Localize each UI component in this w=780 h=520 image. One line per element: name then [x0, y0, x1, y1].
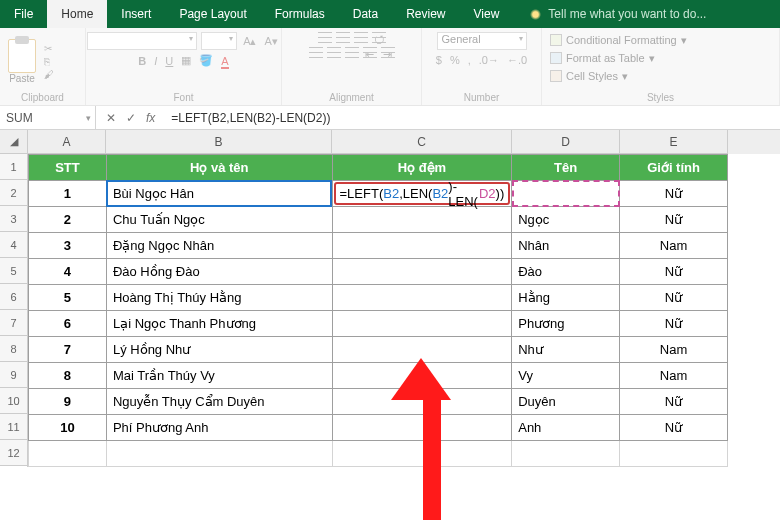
fx-icon[interactable]: fx — [146, 111, 155, 125]
row-header[interactable]: 5 — [0, 258, 27, 284]
decrease-font-icon[interactable]: A▾ — [263, 35, 280, 48]
row-header[interactable]: 6 — [0, 284, 27, 310]
cell[interactable]: 6 — [29, 311, 107, 337]
cell[interactable]: 5 — [29, 285, 107, 311]
tab-formulas[interactable]: Formulas — [261, 0, 339, 28]
align-top-icon[interactable] — [318, 32, 332, 43]
increase-decimal-icon[interactable]: .0→ — [477, 54, 501, 66]
tab-file[interactable]: File — [0, 0, 47, 28]
cell[interactable]: Nữ — [620, 285, 728, 311]
font-name-select[interactable] — [87, 32, 197, 50]
tab-home[interactable]: Home — [47, 0, 107, 28]
formula-input[interactable]: =LEFT(B2,LEN(B2)-LEN(D2)) — [165, 106, 780, 129]
cell[interactable]: Nữ — [620, 415, 728, 441]
currency-icon[interactable]: $ — [434, 54, 444, 66]
tab-review[interactable]: Review — [392, 0, 459, 28]
tab-view[interactable]: View — [460, 0, 514, 28]
cell[interactable] — [332, 415, 512, 441]
header-cell[interactable]: Họ đệm — [332, 155, 512, 181]
cell-d2[interactable] — [512, 181, 620, 207]
row-header[interactable]: 8 — [0, 336, 27, 362]
cell[interactable]: Chu Tuấn Ngọc — [106, 207, 332, 233]
cell[interactable] — [620, 441, 728, 467]
cell[interactable] — [332, 389, 512, 415]
cell[interactable]: Hằng — [512, 285, 620, 311]
percent-icon[interactable]: % — [448, 54, 462, 66]
cell[interactable]: Anh — [512, 415, 620, 441]
cell[interactable] — [332, 259, 512, 285]
align-right-icon[interactable] — [345, 47, 359, 58]
tab-page-layout[interactable]: Page Layout — [165, 0, 260, 28]
row-header[interactable]: 1 — [0, 154, 27, 180]
cell[interactable]: Lý Hồng Như — [106, 337, 332, 363]
row-header[interactable]: 3 — [0, 206, 27, 232]
cell-b2[interactable]: Bùi Ngọc Hân — [106, 181, 332, 207]
cell[interactable]: Mai Trần Thúy Vy — [106, 363, 332, 389]
cell[interactable]: Vy — [512, 363, 620, 389]
font-color-icon[interactable]: A — [219, 55, 230, 67]
align-bottom-icon[interactable] — [354, 32, 368, 43]
italic-button[interactable]: I — [152, 55, 159, 67]
cell[interactable]: Nữ — [620, 389, 728, 415]
cell-c2-editing[interactable]: =LEFT(B2,LEN(B2)-LEN(D2)) — [332, 181, 512, 207]
cell[interactable]: Nam — [620, 233, 728, 259]
header-cell[interactable]: STT — [29, 155, 107, 181]
row-header[interactable]: 2 — [0, 180, 27, 206]
cancel-formula-icon[interactable]: ✕ — [106, 111, 116, 125]
col-header[interactable]: D — [512, 130, 620, 154]
header-cell[interactable]: Tên — [512, 155, 620, 181]
bold-button[interactable]: B — [136, 55, 148, 67]
format-painter-icon[interactable]: 🖌 — [44, 69, 54, 80]
fill-color-icon[interactable]: 🪣 — [197, 54, 215, 67]
cell[interactable]: Ngọc — [512, 207, 620, 233]
cell[interactable]: Nam — [620, 337, 728, 363]
col-header[interactable]: A — [28, 130, 106, 154]
header-cell[interactable]: Họ và tên — [106, 155, 332, 181]
copy-icon[interactable]: ⎘ — [44, 56, 54, 67]
tab-insert[interactable]: Insert — [107, 0, 165, 28]
cell[interactable]: Nam — [620, 363, 728, 389]
paste-icon[interactable] — [8, 39, 36, 73]
cell[interactable]: 3 — [29, 233, 107, 259]
cell[interactable]: Phí Phương Anh — [106, 415, 332, 441]
name-box[interactable]: SUM — [0, 106, 96, 129]
decrease-decimal-icon[interactable]: ←.0 — [505, 54, 529, 66]
header-cell[interactable]: Giới tính — [620, 155, 728, 181]
cell[interactable]: Nhân — [512, 233, 620, 259]
underline-button[interactable]: U — [163, 55, 175, 67]
cut-icon[interactable]: ✂ — [44, 43, 54, 54]
cell[interactable] — [332, 207, 512, 233]
cell[interactable]: Phương — [512, 311, 620, 337]
font-size-select[interactable] — [201, 32, 237, 50]
cell[interactable] — [332, 363, 512, 389]
decrease-indent-icon[interactable]: ⇤ — [363, 47, 377, 58]
cell[interactable]: 8 — [29, 363, 107, 389]
format-as-table-button[interactable]: Format as Table▾ — [550, 50, 655, 66]
cell[interactable]: Như — [512, 337, 620, 363]
align-center-icon[interactable] — [327, 47, 341, 58]
cell[interactable]: 7 — [29, 337, 107, 363]
row-header[interactable]: 10 — [0, 388, 27, 414]
cell[interactable]: Nguyễn Thụy Cẩm Duyên — [106, 389, 332, 415]
cell[interactable]: Hoàng Thị Thúy Hằng — [106, 285, 332, 311]
cell[interactable] — [512, 441, 620, 467]
row-header[interactable]: 11 — [0, 414, 27, 440]
cell[interactable] — [332, 311, 512, 337]
row-header[interactable]: 12 — [0, 440, 27, 466]
conditional-formatting-button[interactable]: Conditional Formatting▾ — [550, 32, 687, 48]
cell[interactable]: Lại Ngọc Thanh Phương — [106, 311, 332, 337]
tell-me-search[interactable]: Tell me what you want to do... — [529, 0, 706, 28]
accept-formula-icon[interactable]: ✓ — [126, 111, 136, 125]
cell[interactable]: 1 — [29, 181, 107, 207]
cell[interactable]: 4 — [29, 259, 107, 285]
cell[interactable] — [332, 233, 512, 259]
orientation-icon[interactable]: ⭯ — [372, 32, 386, 43]
comma-icon[interactable]: , — [466, 54, 473, 66]
cell[interactable] — [332, 337, 512, 363]
tab-data[interactable]: Data — [339, 0, 392, 28]
border-icon[interactable]: ▦ — [179, 54, 193, 67]
cell[interactable]: Nữ — [620, 207, 728, 233]
cell[interactable] — [29, 441, 107, 467]
cell[interactable]: Đào — [512, 259, 620, 285]
increase-indent-icon[interactable]: ⇥ — [381, 47, 395, 58]
